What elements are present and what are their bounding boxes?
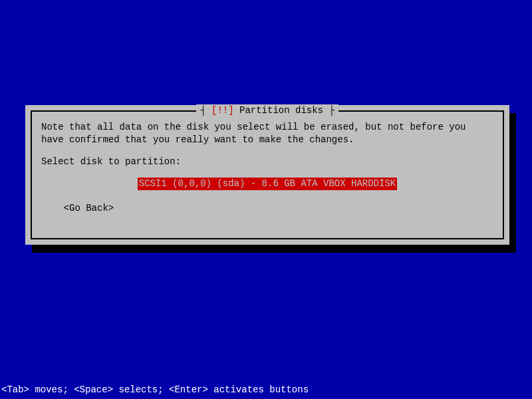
dialog-border: ┤ [!!] Partition disks ├ Note that all d… — [31, 110, 504, 239]
warning-note: Note that all data on the disk you selec… — [41, 121, 493, 146]
select-disk-prompt: Select disk to partition: — [41, 156, 493, 168]
dialog-title-bang: [!!] — [211, 105, 234, 116]
partition-dialog: ┤ [!!] Partition disks ├ Note that all d… — [25, 105, 509, 245]
dialog-title-wrap: ┤ [!!] Partition disks ├ — [32, 104, 503, 117]
dialog-title: ┤ [!!] Partition disks ├ — [196, 104, 338, 117]
keyhints-footer: <Tab> moves; <Space> selects; <Enter> ac… — [1, 384, 309, 396]
disk-list: SCSI1 (0,0,0) (sda) - 8.6 GB ATA VBOX HA… — [41, 178, 493, 190]
dialog-title-text: Partition disks — [234, 105, 329, 116]
disk-option-sda[interactable]: SCSI1 (0,0,0) (sda) - 8.6 GB ATA VBOX HA… — [138, 178, 397, 190]
go-back-button[interactable]: <Go Back> — [41, 202, 493, 215]
